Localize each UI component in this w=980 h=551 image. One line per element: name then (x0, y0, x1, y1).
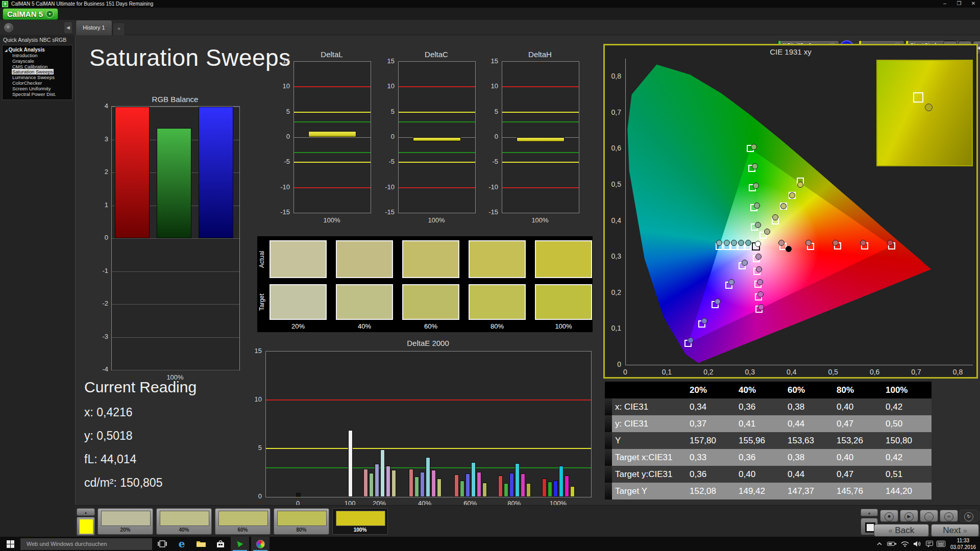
table-cell: 152,08 (687, 483, 736, 499)
battery-icon[interactable] (886, 537, 897, 551)
chevron-up-icon[interactable] (874, 537, 885, 551)
transport-collapse-button[interactable]: ▲ (861, 509, 878, 516)
deltaE-bar (409, 469, 413, 497)
saturation-label: 100% (535, 322, 592, 330)
row-strip (605, 398, 612, 415)
deltaE-bar (380, 449, 385, 497)
stop-button[interactable]: ■ (880, 510, 898, 522)
collapse-sidebar-button[interactable]: ◀ (64, 22, 72, 33)
file-explorer-icon[interactable] (192, 537, 210, 551)
table-cell: 147,37 (785, 483, 834, 499)
y-tick-label: -10 (275, 183, 290, 191)
back-button[interactable]: « Back (874, 524, 929, 537)
y-tick-label: -5 (275, 158, 290, 165)
x-tick-label: 0,7 (906, 368, 926, 376)
measured-point-blue (701, 318, 707, 324)
task-view-icon[interactable] (153, 537, 172, 551)
tab-history-1[interactable]: History 1 (76, 20, 112, 35)
volume-icon[interactable] (912, 537, 923, 551)
x-tick-label: 0,6 (865, 368, 885, 376)
single-measure-button[interactable]: · (920, 510, 938, 522)
chart-title: DeltaE 2000 (265, 339, 591, 347)
close-button[interactable]: ✕ (967, 0, 980, 7)
actual-swatch-40% (336, 240, 393, 278)
add-tab-button[interactable]: + (113, 22, 125, 35)
y-tick-label: -3 (93, 333, 108, 340)
sample-button-100%[interactable]: 100% (332, 508, 388, 535)
colormatch-icon[interactable] (251, 537, 270, 551)
refresh-button[interactable]: ↻ (960, 510, 978, 522)
start-button[interactable] (0, 537, 20, 551)
strip-collapse-button[interactable]: ▲ (77, 508, 95, 516)
measured-point-yellow (797, 182, 803, 188)
x-tick-label: 0 (615, 368, 635, 376)
store-icon[interactable] (211, 537, 230, 551)
target-swatch-40% (336, 284, 393, 320)
deltaE-bar (454, 474, 459, 497)
sample-button-60%[interactable]: 60% (215, 508, 271, 535)
gridline (112, 238, 239, 239)
workflow-tree: ◢Quick Analysis IntroductionGrayscaleCMS… (2, 45, 72, 100)
play-button[interactable]: ▶ (900, 510, 918, 522)
table-cell: 153,63 (785, 432, 834, 449)
measured-point-red (832, 240, 839, 246)
sidebar-item-spectral-power-dist-[interactable]: Spectral Power Dist. (5, 92, 72, 97)
deltaE-bar (498, 475, 503, 497)
message-icon[interactable] (924, 537, 935, 551)
maximize-button[interactable]: ❐ (952, 0, 966, 7)
current-color-patch[interactable] (77, 517, 95, 536)
search-input[interactable]: Web und Windows durchsuchen (20, 538, 152, 550)
chart-title: DeltaC (398, 50, 475, 59)
calman-icon[interactable] (231, 537, 249, 551)
y-tick-label: 5 (379, 108, 395, 115)
tree-root[interactable]: ◢Quick Analysis (5, 47, 72, 53)
sidebar-item-grayscale[interactable]: Grayscale (5, 59, 72, 64)
table-header: 40% (736, 382, 785, 398)
deltaE-bar (471, 462, 476, 497)
rgb-balance-chart: RGB Balance 100% 43210-1-2-3-4 (97, 95, 245, 384)
white-point-measured (755, 241, 761, 247)
table-cell: 157,80 (687, 432, 736, 449)
table-header: 60% (785, 382, 834, 398)
keyboard-icon[interactable] (935, 537, 946, 551)
actual-swatch-80% (469, 240, 526, 278)
sample-button-20%[interactable]: 20% (97, 508, 153, 535)
y-tick-label: 1 (93, 201, 108, 209)
reading-y: y: 0,5018 (84, 429, 197, 443)
table-cell: 0,40 (834, 449, 883, 466)
row-label: Target Y (612, 483, 687, 499)
table-cell: 0,42 (883, 398, 932, 415)
sample-label: 40% (157, 527, 211, 533)
sidebar: Quick Analysis NBC sRGB ◢Quick Analysis … (0, 35, 76, 537)
next-button[interactable]: Next » (931, 524, 979, 537)
reading-fl: fL: 44,014 (84, 453, 197, 466)
y-tick-label: 0 (275, 133, 290, 140)
deltaH-plot (502, 61, 579, 213)
x-axis-label: 100% (293, 216, 370, 224)
expander-icon[interactable]: ◢ (5, 48, 7, 52)
row-strip (605, 483, 612, 499)
calman-logo-menu[interactable]: CalMAN 5 ▼ (3, 8, 58, 20)
minimize-button[interactable]: – (938, 0, 951, 7)
y-tick-label: -15 (275, 208, 290, 216)
page-title: Saturation Sweeps (89, 44, 291, 71)
ref-line (294, 86, 371, 87)
measured-point-red (778, 240, 785, 246)
y-tick-label: -5 (483, 158, 498, 165)
continuous-measure-button[interactable]: ∞ (940, 510, 958, 522)
y-tick-label: 0 (483, 133, 498, 140)
y-tick-label: -10 (379, 183, 395, 191)
deltaL-chart: DeltaL151050-5-10-15100% (276, 50, 380, 234)
edge-icon[interactable]: e (173, 537, 191, 551)
sample-button-80%[interactable]: 80% (274, 508, 329, 535)
wifi-icon[interactable] (899, 537, 911, 551)
play-icon: ▶ (904, 512, 914, 521)
taskbar-clock[interactable]: 11:33 03.07.2016 (948, 537, 978, 550)
y-tick-label: -15 (379, 208, 395, 216)
table-cell: 0,40 (834, 398, 883, 415)
sidebar-item-screen-uniformity[interactable]: Screen Uniformity (5, 86, 72, 92)
saturation-label: 20% (270, 322, 327, 330)
inset-measured-circle (925, 104, 933, 111)
sample-button-40%[interactable]: 40% (156, 508, 212, 535)
record-icon[interactable] (4, 23, 13, 32)
